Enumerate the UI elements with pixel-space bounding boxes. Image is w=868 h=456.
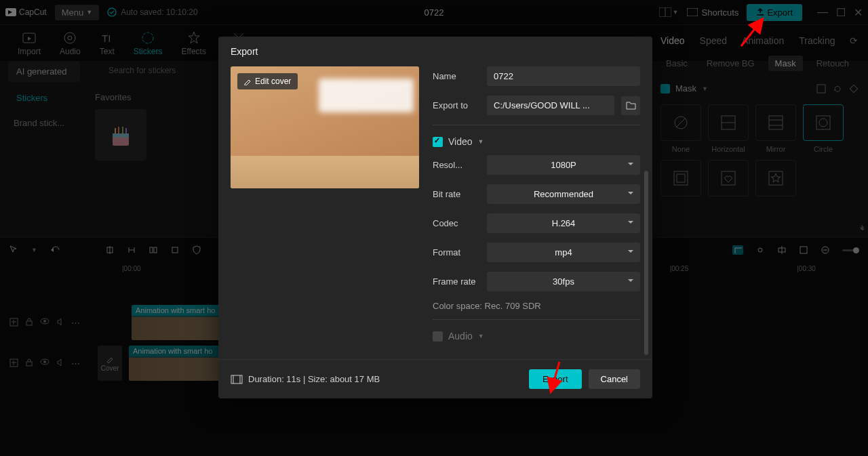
resolution-select[interactable]: 1080P [487, 155, 640, 175]
bitrate-label: Bit rate [433, 189, 480, 199]
codec-select[interactable]: H.264 [487, 213, 640, 233]
cancel-button[interactable]: Cancel [589, 369, 640, 389]
svg-rect-67 [231, 375, 242, 384]
film-icon [231, 375, 243, 384]
format-select[interactable]: mp4 [487, 243, 640, 262]
codec-label: Codec [433, 218, 480, 228]
name-label: Name [433, 71, 480, 81]
modal-scrollbar[interactable] [644, 171, 648, 355]
fps-select[interactable]: 30fps [487, 272, 640, 291]
cover-preview: Edit cover [231, 66, 419, 188]
export-modal: Export Edit cover Name Export to [218, 37, 652, 398]
audio-checkbox[interactable] [433, 331, 443, 341]
export-to-label: Export to [433, 100, 480, 110]
bitrate-select[interactable]: Recommended [487, 184, 640, 204]
colorspace-info: Color space: Rec. 709 SDR [433, 301, 640, 311]
name-input[interactable] [487, 66, 640, 86]
modal-title: Export [218, 37, 652, 66]
fps-label: Frame rate [433, 276, 480, 287]
format-label: Format [433, 247, 480, 257]
browse-folder-button[interactable] [621, 96, 640, 115]
export-confirm-button[interactable]: Export [529, 369, 582, 389]
edit-cover-button[interactable]: Edit cover [237, 73, 298, 89]
footer-info: Duration: 11s | Size: about 17 MB [231, 374, 380, 384]
folder-icon [626, 101, 636, 110]
resolution-label: Resol... [433, 160, 480, 170]
video-section[interactable]: Video ▼ [433, 136, 640, 147]
export-to-input[interactable] [487, 96, 614, 115]
pencil-icon [244, 78, 252, 85]
video-checkbox[interactable] [433, 137, 443, 147]
audio-section[interactable]: Audio ▼ [433, 331, 640, 341]
